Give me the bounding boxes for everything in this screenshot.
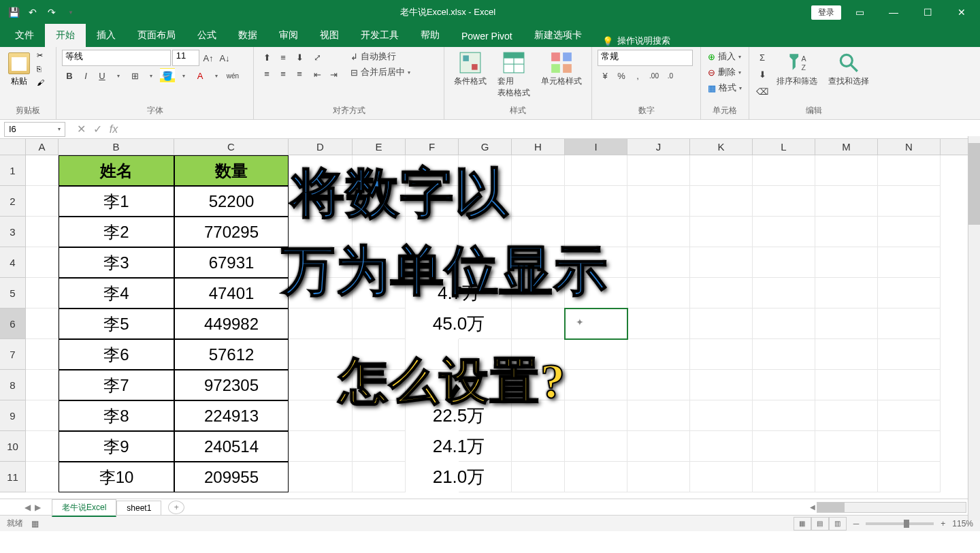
decrease-font-icon[interactable]: A↓	[217, 50, 232, 65]
worksheet-grid[interactable]: ABCDEFGHIJKLMN 1234567891011 姓名数量李152200…	[0, 139, 980, 499]
undo-icon[interactable]: ↶	[26, 5, 39, 19]
cell-E1[interactable]	[353, 155, 406, 186]
cell-I8[interactable]	[565, 370, 627, 400]
cell-L8[interactable]	[753, 370, 815, 400]
cell-A2[interactable]	[26, 186, 59, 217]
fx-icon[interactable]: fx	[106, 122, 121, 137]
cell-L6[interactable]	[753, 309, 815, 339]
cell-H9[interactable]	[512, 400, 565, 431]
macro-record-icon[interactable]: ▦	[31, 519, 39, 528]
cell-A11[interactable]	[26, 462, 59, 492]
col-header-F[interactable]: F	[406, 139, 459, 155]
cell-M11[interactable]	[815, 462, 878, 492]
name-box[interactable]: I6 ▾	[4, 122, 65, 137]
cell-H7[interactable]	[512, 339, 565, 370]
cell-A6[interactable]	[26, 309, 59, 339]
cell-A9[interactable]	[26, 400, 59, 431]
cell-K10[interactable]	[690, 431, 753, 462]
col-header-D[interactable]: D	[289, 139, 353, 155]
tab-file[interactable]: 文件	[4, 24, 45, 47]
save-icon[interactable]: 💾	[7, 5, 20, 19]
cell-D8[interactable]	[289, 370, 353, 400]
tab-pagelayout[interactable]: 页面布局	[127, 24, 186, 47]
cell-N9[interactable]	[878, 400, 941, 431]
cell-C3[interactable]: 770295	[174, 217, 289, 247]
tab-newtab[interactable]: 新建选项卡	[523, 24, 593, 47]
tab-formulas[interactable]: 公式	[186, 24, 227, 47]
format-painter-icon[interactable]: 🖌	[37, 78, 49, 91]
borders-icon[interactable]: ⊞	[127, 68, 142, 83]
cell-M8[interactable]	[815, 370, 878, 400]
cell-G7[interactable]	[459, 339, 512, 370]
cell-B5[interactable]: 李4	[59, 278, 174, 309]
col-header-N[interactable]: N	[878, 139, 941, 155]
cell-L7[interactable]	[753, 339, 815, 370]
cell-K11[interactable]	[690, 462, 753, 492]
cell-A8[interactable]	[26, 370, 59, 400]
cell-D10[interactable]	[289, 431, 353, 462]
cell-D11[interactable]	[289, 462, 353, 492]
cell-F10[interactable]: 24.1万	[406, 431, 512, 462]
cell-H8[interactable]	[512, 370, 565, 400]
tab-insert[interactable]: 插入	[86, 24, 127, 47]
cell-F3[interactable]	[406, 217, 459, 247]
cell-I4[interactable]	[565, 247, 627, 278]
cell-F1[interactable]	[406, 155, 459, 186]
col-header-I[interactable]: I	[565, 139, 627, 155]
tab-nav-prev-icon[interactable]: ◀	[24, 503, 31, 512]
cell-I11[interactable]	[565, 462, 627, 492]
merge-center-button[interactable]: ⊟ 合并后居中 ▾	[349, 65, 412, 79]
cell-L5[interactable]	[753, 278, 815, 309]
cell-C6[interactable]: 449982	[174, 309, 289, 339]
cell-J8[interactable]	[627, 370, 690, 400]
sheet-tab-active[interactable]: 老牛说Excel	[52, 499, 116, 517]
cell-J7[interactable]	[627, 339, 690, 370]
row-header-11[interactable]: 11	[0, 462, 26, 492]
comma-icon[interactable]: ,	[630, 68, 645, 83]
cell-I2[interactable]	[565, 186, 627, 217]
decrease-indent-icon[interactable]: ⇤	[310, 67, 325, 82]
cell-E6[interactable]	[353, 309, 406, 339]
phonetic-icon[interactable]: wén	[225, 68, 240, 83]
col-header-K[interactable]: K	[690, 139, 753, 155]
add-sheet-button[interactable]: +	[168, 501, 184, 514]
cell-N2[interactable]	[878, 186, 941, 217]
tab-help[interactable]: 帮助	[410, 24, 451, 47]
increase-indent-icon[interactable]: ⇥	[326, 67, 341, 82]
zoom-slider[interactable]	[866, 522, 934, 525]
align-middle-icon[interactable]: ≡	[276, 50, 291, 65]
cell-I5[interactable]	[565, 278, 627, 309]
zoom-out-icon[interactable]: ─	[853, 519, 860, 528]
cell-F11[interactable]: 21.0万	[406, 462, 512, 492]
cell-M1[interactable]	[815, 155, 878, 186]
cell-B10[interactable]: 李9	[59, 431, 174, 462]
qat-customize-icon[interactable]: ▼	[64, 5, 78, 19]
zoom-thumb[interactable]	[904, 520, 909, 528]
cell-G1[interactable]	[459, 155, 512, 186]
cell-styles-button[interactable]: 单元格样式	[537, 50, 586, 89]
cell-N4[interactable]	[878, 247, 941, 278]
cell-L11[interactable]	[753, 462, 815, 492]
cell-J3[interactable]	[627, 217, 690, 247]
autosum-icon[interactable]: Σ	[755, 50, 770, 65]
ribbon-options-icon[interactable]: ▭	[844, 0, 875, 25]
cell-L1[interactable]	[753, 155, 815, 186]
cell-I9[interactable]	[565, 400, 627, 431]
fill-color-icon[interactable]: 🪣	[160, 68, 175, 83]
cell-M4[interactable]	[815, 247, 878, 278]
cell-J9[interactable]	[627, 400, 690, 431]
cell-I3[interactable]	[565, 217, 627, 247]
clear-icon[interactable]: ⌫	[755, 84, 770, 99]
select-all-corner[interactable]	[0, 139, 26, 155]
insert-cells-button[interactable]: ⊕插入▾	[706, 50, 742, 63]
cell-J1[interactable]	[627, 155, 690, 186]
hscroll-left-icon[interactable]: ◀	[810, 503, 815, 511]
cell-L10[interactable]	[753, 431, 815, 462]
cell-F6[interactable]: 45.0万	[406, 309, 512, 339]
cell-F4[interactable]	[406, 247, 459, 278]
row-header-2[interactable]: 2	[0, 186, 26, 217]
align-top-icon[interactable]: ⬆	[259, 50, 274, 65]
cell-M3[interactable]	[815, 217, 878, 247]
cell-C2[interactable]: 52200	[174, 186, 289, 217]
cell-M9[interactable]	[815, 400, 878, 431]
